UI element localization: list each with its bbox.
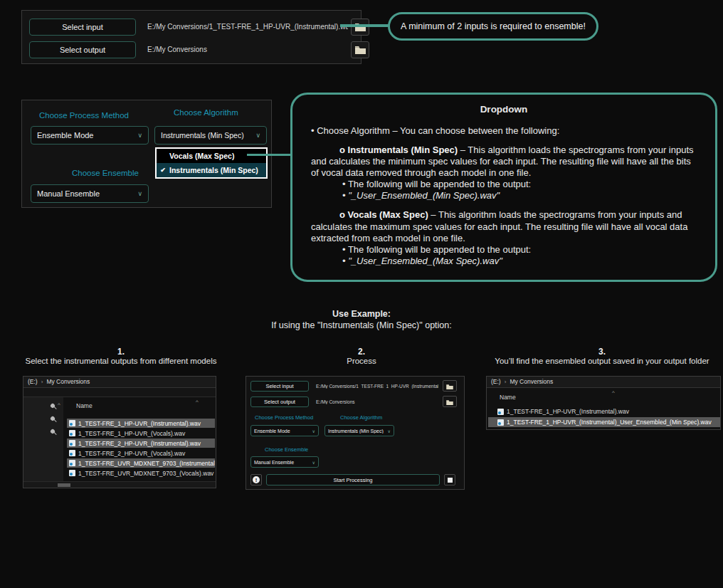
ensemble-value: Manual Ensemble <box>37 189 134 198</box>
info-box-item-1-append-label: • The following will be appended to the … <box>342 179 697 190</box>
browse-input-button[interactable] <box>443 380 457 392</box>
breadcrumb-arrow-icon: › <box>41 377 43 387</box>
info-icon: ! <box>253 476 260 483</box>
file-name: 1_TEST-FRE_2_HP-UVR_(Instrumental).wav <box>78 440 201 447</box>
step-1-number: 1. <box>14 347 228 357</box>
select-output-button[interactable]: Select output <box>29 41 136 58</box>
file-row[interactable]: 1_TEST-FRE_UVR_MDXNET_9703_(Vocals).wav <box>67 468 215 478</box>
uvr-app-window: Select input E:/My Conversions/1_TEST-FR… <box>246 376 465 490</box>
select-input-button[interactable]: Select input <box>250 381 309 392</box>
ensemble-dropdown[interactable]: Manual Ensemble ∨ <box>250 456 319 468</box>
algorithm-label: Choose Algorithm <box>340 414 382 421</box>
file-row[interactable]: 1_TEST-FRE_2_HP-UVR_(Vocals).wav <box>67 448 215 458</box>
algorithm-label: Choose Algorithm <box>174 108 238 117</box>
name-column-header[interactable]: Name <box>500 394 516 401</box>
process-method-label: Choose Process Method <box>255 414 313 421</box>
pin-icon[interactable] <box>50 429 56 434</box>
audio-file-icon <box>69 450 75 456</box>
chevron-down-icon: ∨ <box>137 132 142 139</box>
audio-file-icon <box>69 460 75 466</box>
name-column-header[interactable]: Name <box>76 402 93 409</box>
audio-file-icon <box>497 409 504 415</box>
file-row[interactable]: 1_TEST-FRE_1_HP-UVR_(Instrumental).wav <box>495 406 719 416</box>
callout-text: A minimum of 2 inputs is required to ens… <box>401 21 586 31</box>
sort-caret-icon: ^ <box>612 389 615 396</box>
pin-icon[interactable] <box>50 416 56 421</box>
process-method-dropdown[interactable]: Ensemble Mode ∨ <box>250 425 319 436</box>
file-row[interactable]: 1_TEST-FRE_1_HP-UVR_(Vocals).wav <box>67 429 215 438</box>
file-row[interactable]: 1_TEST-FRE_1_HP-UVR_(Instrumental)_User_… <box>488 417 720 427</box>
menu-option-vocals-max-spec[interactable]: Vocals (Max Spec) <box>157 149 266 163</box>
file-name: 1_TEST-FRE_UVR_MDXNET_9703_(Vocals).wav <box>78 470 213 477</box>
file-name: 1_TEST-FRE_1_HP-UVR_(Instrumental)_User_… <box>507 419 712 426</box>
use-example-subheading: If using the "Instrumentals (Min Spec)" … <box>0 320 723 330</box>
input-path-field[interactable]: E:/My Conversions/1_TEST-FRE_1_HP-UVR_(I… <box>316 384 438 389</box>
chevron-down-icon: ∨ <box>255 132 260 139</box>
audio-file-icon <box>69 430 75 436</box>
explorer-toolbar <box>23 388 216 397</box>
info-box-title: Dropdown <box>311 104 697 116</box>
browse-output-button[interactable] <box>443 396 457 407</box>
file-name: 1_TEST-FRE_UVR_MDXNET_9703_(Instrumental… <box>78 460 215 467</box>
browse-output-button[interactable] <box>351 41 369 58</box>
folder-icon <box>446 397 453 407</box>
chevron-down-icon: ∨ <box>312 460 315 465</box>
settings-info-button[interactable]: ! <box>250 474 262 485</box>
input-path-field[interactable]: E:/My Conversions/1_TEST-FRE_1_HP-UVR_(I… <box>147 23 348 31</box>
page: Select input E:/My Conversions/1_TEST-FR… <box>0 0 723 588</box>
file-row[interactable]: 1_TEST-FRE_UVR_MDXNET_9703_(Instrumental… <box>67 458 215 468</box>
ensemble-value: Manual Ensemble <box>254 460 311 465</box>
step-2-caption: Process <box>255 357 468 365</box>
pin-icon[interactable] <box>50 403 56 409</box>
algorithm-dropdown-menu: Vocals (Max Spec) ✔ Instrumentals (Min S… <box>155 147 268 179</box>
step-3-caption: You’ll find the ensembled output saved i… <box>482 357 722 365</box>
sort-caret-icon: ^ <box>196 399 199 405</box>
output-path-field[interactable]: E:/My Conversions <box>316 399 438 404</box>
info-box-item-1-append-value: • "_User_Ensembled_(Min Spec).wav" <box>342 190 697 201</box>
stop-icon <box>448 478 453 483</box>
dropdown-info-box: Dropdown • Choose Algorithm – You can ch… <box>290 93 717 282</box>
chevron-down-icon: ∨ <box>137 190 142 197</box>
checkmark-icon: ✔ <box>157 167 169 174</box>
infobox-connector-line <box>247 154 291 156</box>
output-path-field[interactable]: E:/My Conversions <box>147 46 348 53</box>
ensemble-dropdown[interactable]: Manual Ensemble ∨ <box>31 184 149 203</box>
info-box-intro: • Choose Algorithm – You can choose betw… <box>311 125 697 137</box>
chevron-down-icon: ∨ <box>312 429 315 434</box>
file-row[interactable]: 1_TEST-FRE_2_HP-UVR_(Instrumental).wav <box>67 439 215 448</box>
process-method-dropdown[interactable]: Ensemble Mode ∨ <box>31 126 149 145</box>
callout-connector-line <box>340 24 390 27</box>
ensemble-label: Choose Ensemble <box>265 446 308 453</box>
breadcrumb-drive[interactable]: (E:) <box>28 377 38 387</box>
algorithm-dropdown[interactable]: Instrumentals (Min Spec) ∨ <box>154 126 267 145</box>
file-row[interactable]: 1_TEST-FRE_1_HP-UVR_(Instrumental).wav <box>67 419 215 428</box>
file-name: 1_TEST-FRE_2_HP-UVR_(Vocals).wav <box>78 450 185 457</box>
select-input-button[interactable]: Select input <box>29 19 136 36</box>
breadcrumb-drive[interactable]: (E:) <box>491 377 501 387</box>
ensemble-label: Choose Ensemble <box>72 169 139 177</box>
breadcrumb-folder[interactable]: My Conversions <box>510 377 553 387</box>
explorer-window-3: (E:) › My Conversions Name ^ 1_TEST-FRE_… <box>486 376 721 430</box>
stop-button[interactable] <box>444 474 455 485</box>
start-processing-button[interactable]: Start Processing <box>266 474 440 485</box>
select-output-button[interactable]: Select output <box>250 397 309 407</box>
use-example-heading: Use Example: <box>0 309 723 319</box>
io-panel: Select input E:/My Conversions/1_TEST-FR… <box>21 10 362 64</box>
menu-option-label: Vocals (Max Spec) <box>169 152 234 160</box>
menu-option-instrumentals-min-spec[interactable]: ✔ Instrumentals (Min Spec) <box>157 163 266 177</box>
algorithm-dropdown[interactable]: Instrumentals (Min Spec) ∨ <box>324 425 394 436</box>
info-box-item-1: o Instrumentals (Min Spec) – This algori… <box>311 145 697 179</box>
algorithm-value: Instrumentals (Min Spec) <box>328 429 386 434</box>
scrollbar-thumb[interactable] <box>58 483 70 487</box>
folder-icon <box>446 381 453 392</box>
breadcrumb-folder[interactable]: My Conversions <box>46 377 90 387</box>
horizontal-scrollbar[interactable] <box>23 481 216 488</box>
audio-file-icon <box>497 419 504 426</box>
audio-file-icon <box>69 470 75 476</box>
process-method-value: Ensemble Mode <box>254 429 311 434</box>
sort-caret-icon: ^ <box>58 401 60 408</box>
breadcrumb: (E:) › My Conversions <box>487 377 720 388</box>
breadcrumb-arrow-icon: › <box>505 377 507 387</box>
browse-input-button[interactable] <box>351 19 369 36</box>
explorer-body: Name ^ 1_TEST-FRE_1_HP-UVR_(Instrumental… <box>487 388 720 429</box>
